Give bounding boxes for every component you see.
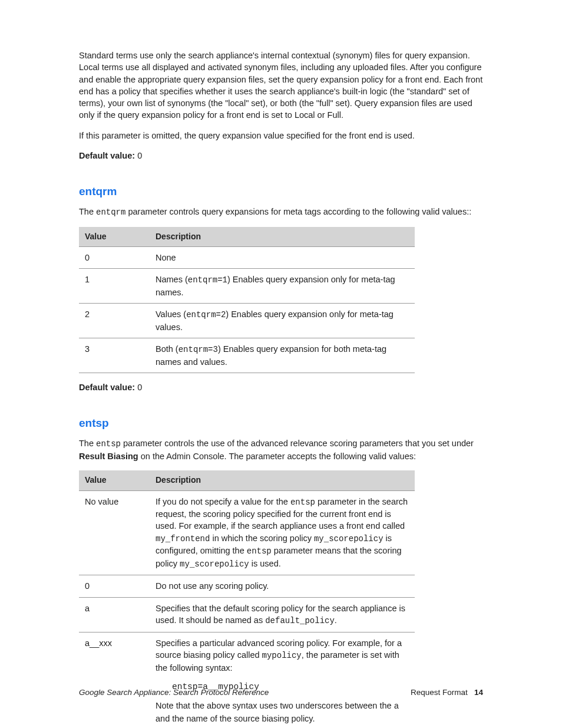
default-value-line: Default value: 0 — [79, 381, 483, 393]
col-value: Value — [79, 227, 150, 247]
code-inline: entqrm=1 — [188, 275, 227, 285]
cell-value: 3 — [79, 338, 150, 373]
cell-desc: Specifies that the default scoring polic… — [150, 597, 415, 632]
text: Note that the above syntax uses two unde… — [156, 701, 394, 710]
table-row: 0 Do not use any scoring policy. — [79, 575, 415, 597]
code-inline: entsp — [290, 498, 315, 507]
col-value: Value — [79, 470, 150, 490]
text: parameter controls the use of the advanc… — [121, 439, 474, 448]
text: parameter controls query expansions for … — [125, 207, 471, 216]
table-row: 1 Names (entqrm=1) Enables query expansi… — [79, 269, 415, 304]
cell-desc: Specifies a particular advanced scoring … — [150, 632, 415, 728]
table-header-row: Value Description — [79, 470, 415, 490]
code-inline: my_scorepolicy — [180, 559, 249, 569]
text: and the name of the source biasing polic… — [156, 714, 315, 723]
page-footer: Google Search Appliance: Search Protocol… — [79, 687, 483, 699]
cell-value: 0 — [79, 575, 150, 597]
paragraph: The entqrm parameter controls query expa… — [79, 206, 483, 219]
default-value: 0 — [137, 151, 142, 160]
text: . — [335, 615, 337, 625]
paragraph: Standard terms use only the search appli… — [79, 50, 483, 121]
paragraph: The entsp parameter controls the use of … — [79, 437, 483, 462]
cell-value: 2 — [79, 304, 150, 338]
table-row: 3 Both (entqrm=3) Enables query expansio… — [79, 338, 415, 373]
entqrm-table: Value Description 0 None 1 Names (entqrm… — [79, 227, 415, 374]
cell-desc: Values (entqrm=2) Enables query expansio… — [150, 304, 415, 338]
cell-value: a — [79, 597, 150, 632]
footer-title: Google Search Appliance: Search Protocol… — [79, 687, 269, 699]
footer-right: Request Format 14 — [411, 687, 483, 699]
code-inline: default_policy — [265, 616, 335, 625]
text: in which the scoring policy — [210, 533, 314, 543]
table-row: 2 Values (entqrm=2) Enables query expans… — [79, 304, 415, 338]
text: Note that the above syntax uses two unde… — [156, 700, 409, 724]
code-inline: entqrm — [96, 207, 125, 217]
default-label: Default value: — [79, 151, 135, 160]
text: Values ( — [156, 309, 186, 319]
cell-desc: None — [150, 247, 415, 269]
text: The — [79, 207, 96, 216]
cell-desc: Do not use any scoring policy. — [150, 575, 415, 597]
footer-section: Request Format — [411, 688, 468, 697]
cell-value: No value — [79, 490, 150, 575]
table-row: 0 None — [79, 247, 415, 269]
col-description: Description — [150, 470, 415, 490]
code-inline: my_scorepolicy — [314, 534, 384, 543]
cell-desc: If you do not specify a value for the en… — [150, 490, 415, 575]
bold-text: Result Biasing — [79, 452, 138, 461]
default-label: Default value: — [79, 383, 135, 392]
cell-value: 0 — [79, 247, 150, 269]
col-description: Description — [150, 227, 415, 247]
text: Both ( — [156, 344, 178, 354]
table-row: a__xxx Specifies a particular advanced s… — [79, 632, 415, 728]
code-inline: entqrm=2 — [186, 310, 226, 319]
table-header-row: Value Description — [79, 227, 415, 247]
default-value: 0 — [137, 383, 142, 392]
document-page: Standard terms use only the search appli… — [0, 0, 562, 728]
cell-desc: Names (entqrm=1) Enables query expansion… — [150, 269, 415, 304]
text: on the Admin Console. The parameter acce… — [138, 452, 416, 461]
text: If you do not specify a value for the — [156, 497, 290, 506]
code-inline: entsp — [96, 439, 121, 449]
cell-value: 1 — [79, 269, 150, 304]
table-row: a Specifies that the default scoring pol… — [79, 597, 415, 632]
code-inline: entsp — [247, 546, 272, 556]
cell-desc: Both (entqrm=3) Enables query expansion … — [150, 338, 415, 373]
text: Specifies a particular advanced scoring … — [156, 637, 409, 674]
cell-value: a__xxx — [79, 632, 150, 728]
text: Names ( — [156, 275, 188, 284]
code-inline: a — [394, 701, 399, 711]
code-inline: my_frontend — [156, 534, 210, 543]
table-row: No value If you do not specify a value f… — [79, 490, 415, 575]
text: is used. — [249, 559, 281, 568]
heading-entqrm: entqrm — [79, 184, 483, 200]
page-number: 14 — [474, 688, 483, 697]
text: The — [79, 439, 96, 448]
code-inline: entqrm=3 — [178, 345, 218, 354]
default-value-line: Default value: 0 — [79, 150, 483, 162]
code-inline: mypolicy — [262, 651, 302, 660]
heading-entsp: entsp — [79, 416, 483, 431]
paragraph: If this parameter is omitted, the query … — [79, 130, 483, 141]
